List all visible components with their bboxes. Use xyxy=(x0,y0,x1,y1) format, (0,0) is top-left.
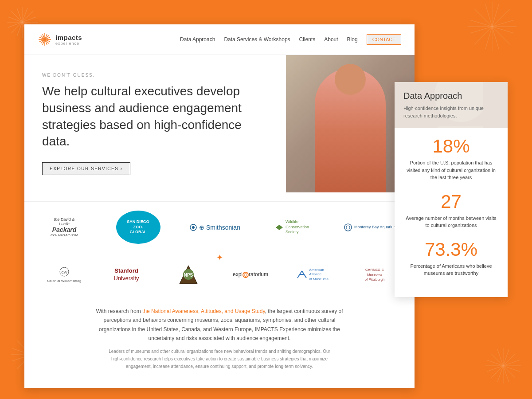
client-colonial: CW Colonial Williamsburg xyxy=(42,267,86,283)
svg-point-42 xyxy=(344,224,352,231)
research-link[interactable]: the National Awareness, Attitudes, and U… xyxy=(142,308,265,314)
panel-stat-27-number: 27 xyxy=(403,192,499,211)
client-packard: the David & Lucile Packard FOUNDATION xyxy=(42,217,86,237)
panel-stat-27: 27 Average number of months between visi… xyxy=(403,192,499,229)
nav-data-approach[interactable]: Data Approach xyxy=(180,36,215,43)
client-carnegie: CARNEGIEMuseumsof Pittsburgh xyxy=(352,267,397,282)
research-sub-text: Leaders of museums and other cultural or… xyxy=(104,348,335,370)
panel-stat-73-number: 73.3% xyxy=(403,240,499,259)
divider-icon: ✦ xyxy=(42,253,397,262)
explore-services-button[interactable]: EXPLORE OUR SERVICES › xyxy=(42,162,130,175)
svg-text:CW: CW xyxy=(61,270,67,274)
svg-text:NPS: NPS xyxy=(184,273,193,278)
logo-text: impacts experience xyxy=(55,34,82,46)
logo[interactable]: impacts experience xyxy=(38,32,82,47)
navigation: impacts experience Data Approach Data Se… xyxy=(24,24,415,55)
hero-heading: We help cultural executives develop busi… xyxy=(42,83,264,150)
panel-stat-27-desc: Average number of months between visits … xyxy=(403,215,499,229)
panel-title: Data Approach xyxy=(403,91,499,101)
contact-button[interactable]: CONTACT xyxy=(367,34,401,45)
main-content: impacts experience Data Approach Data Se… xyxy=(24,24,415,388)
panel-stat-18-desc: Portion of the U.S. population that has … xyxy=(403,159,499,181)
panel-stat-73-desc: Percentage of Americans who believe muse… xyxy=(403,262,499,277)
right-panel: Data Approach High-confidence insights f… xyxy=(395,82,508,297)
svg-point-41 xyxy=(192,226,195,229)
panel-stats: 18% Portion of the U.S. population that … xyxy=(395,128,508,297)
client-monterey: Monterey Bay Aquarium xyxy=(344,223,397,232)
panel-stat-18: 18% Portion of the U.S. population that … xyxy=(403,137,499,181)
research-main-text: With research from the National Awarenes… xyxy=(95,307,344,343)
svg-point-43 xyxy=(346,226,350,229)
hero-section: WE DON'T GUESS. We help cultural executi… xyxy=(24,55,415,201)
nav-clients[interactable]: Clients xyxy=(299,36,316,43)
panel-subtitle: High-confidence insights from unique res… xyxy=(403,105,499,119)
hero-text: WE DON'T GUESS. We help cultural executi… xyxy=(42,73,264,175)
nav-blog[interactable]: Blog xyxy=(347,36,358,43)
nav-about[interactable]: About xyxy=(324,36,338,43)
logo-icon xyxy=(38,32,52,47)
panel-header: Data Approach High-confidence insights f… xyxy=(395,82,508,128)
panel-stat-18-number: 18% xyxy=(403,137,499,156)
client-stanford: StanfordUniversity xyxy=(104,267,149,282)
clients-section: the David & Lucile Packard FOUNDATION SA… xyxy=(24,201,415,302)
client-sandiego: SAN DIEGOZOO.GLOBAL xyxy=(116,211,160,244)
nav-data-services[interactable]: Data Services & Workshops xyxy=(224,36,290,43)
logo-brand: impacts xyxy=(55,34,82,41)
logo-sub: experience xyxy=(55,41,82,46)
client-nps: NPS xyxy=(166,265,211,285)
panel-stat-73: 73.3% Percentage of Americans who believ… xyxy=(403,240,499,277)
bottom-stats: 244,000 224 Organizations monitored xyxy=(24,379,415,388)
clients-row-1: the David & Lucile Packard FOUNDATION SA… xyxy=(42,211,397,244)
client-wildlife: WildlifeConservationSociety xyxy=(270,219,314,235)
hero-eyebrow: WE DON'T GUESS. xyxy=(42,73,264,78)
nav-links: Data Approach Data Services & Workshops … xyxy=(180,34,401,45)
clients-row-2: CW Colonial Williamsburg StanfordUnivers… xyxy=(42,265,397,285)
research-section: With research from the National Awarenes… xyxy=(24,302,415,379)
client-aam: AmericanAllianceof Museums xyxy=(290,268,335,282)
client-exploratorium: explOratorium xyxy=(228,271,273,278)
client-smithsonian: ⊕ Smithsonian xyxy=(190,224,240,231)
